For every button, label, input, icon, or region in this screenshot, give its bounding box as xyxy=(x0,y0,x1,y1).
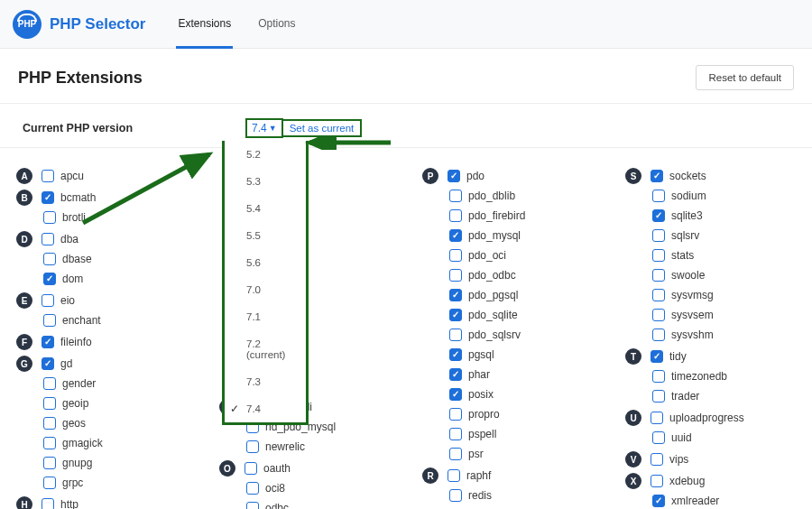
version-option[interactable]: 5.5 xyxy=(225,222,306,249)
extension-checkbox[interactable] xyxy=(652,390,665,403)
extension-item: Ddba xyxy=(16,229,219,249)
extension-name: pspell xyxy=(468,428,496,440)
version-dropdown[interactable]: 5.25.35.45.55.67.07.17.2 (current)7.3✓7.… xyxy=(222,141,309,425)
extension-checkbox[interactable] xyxy=(449,329,462,341)
extension-name: brotli xyxy=(62,211,86,224)
extension-checkbox[interactable] xyxy=(43,417,56,430)
extension-checkbox[interactable] xyxy=(42,336,54,348)
extension-checkbox[interactable] xyxy=(246,440,259,453)
extension-checkbox[interactable] xyxy=(42,498,54,509)
extension-checkbox[interactable] xyxy=(652,229,665,242)
extension-checkbox[interactable] xyxy=(652,209,665,222)
extension-checkbox[interactable] xyxy=(42,357,54,370)
extension-checkbox[interactable] xyxy=(652,190,665,202)
extension-checkbox[interactable] xyxy=(651,170,663,182)
extension-checkbox[interactable] xyxy=(42,294,54,307)
version-option[interactable]: 7.3 xyxy=(225,368,306,395)
version-select-value: 7.4 xyxy=(252,122,267,134)
extension-checkbox[interactable] xyxy=(42,233,54,245)
extension-checkbox[interactable] xyxy=(651,412,663,424)
ext-column-3: Ppdopdo_dblibpdo_firebirdpdo_mysqlpdo_oc… xyxy=(422,166,625,509)
extension-checkbox[interactable] xyxy=(449,408,462,421)
extension-item: Eeio xyxy=(16,291,219,310)
extension-checkbox[interactable] xyxy=(43,397,56,410)
extension-item: pdo_pgsql xyxy=(422,285,625,305)
extension-checkbox[interactable] xyxy=(43,273,56,285)
extension-checkbox[interactable] xyxy=(652,495,665,507)
extension-item: brotli xyxy=(16,208,219,227)
extension-checkbox[interactable] xyxy=(43,477,56,489)
extension-checkbox[interactable] xyxy=(652,370,665,383)
letter-badge: B xyxy=(16,190,32,206)
letter-group: Xxdebugxmlreader xyxy=(625,471,812,509)
extension-item: Bbcmath xyxy=(16,188,219,208)
extension-checkbox[interactable] xyxy=(449,289,462,301)
extension-checkbox[interactable] xyxy=(246,482,259,495)
extension-checkbox[interactable] xyxy=(449,269,462,282)
version-option[interactable]: 5.4 xyxy=(225,195,306,222)
extension-checkbox[interactable] xyxy=(449,348,462,361)
extension-checkbox[interactable] xyxy=(449,448,462,460)
extension-checkbox[interactable] xyxy=(245,462,257,475)
version-option[interactable]: 5.2 xyxy=(225,141,306,168)
extension-checkbox[interactable] xyxy=(43,211,56,224)
chevron-down-icon: ▼ xyxy=(269,124,277,133)
extension-checkbox[interactable] xyxy=(652,309,665,321)
letter-group: Bbcmathbrotli xyxy=(16,188,219,227)
letter-badge: F xyxy=(16,334,32,350)
extension-checkbox[interactable] xyxy=(651,453,663,466)
extension-checkbox[interactable] xyxy=(449,428,462,440)
extension-checkbox[interactable] xyxy=(652,289,665,301)
extension-checkbox[interactable] xyxy=(652,329,665,341)
app-header: PHP PHP Selector Extensions Options xyxy=(0,0,812,49)
extension-checkbox[interactable] xyxy=(449,229,462,242)
version-option[interactable]: 5.6 xyxy=(225,249,306,276)
extension-checkbox[interactable] xyxy=(43,253,56,265)
letter-group: Aapcu xyxy=(16,166,219,186)
tab-options[interactable]: Options xyxy=(256,1,297,48)
extension-name: oauth xyxy=(263,462,291,475)
version-select[interactable]: 7.4 ▼ xyxy=(245,118,283,138)
extension-name: newrelic xyxy=(265,440,305,453)
version-option[interactable]: 7.2 (current) xyxy=(225,330,306,368)
extension-checkbox[interactable] xyxy=(448,170,460,182)
extension-checkbox[interactable] xyxy=(449,309,462,321)
version-option[interactable]: ✓7.4 xyxy=(225,395,306,422)
nav-tabs: Extensions Options xyxy=(176,1,297,48)
version-option[interactable]: 7.0 xyxy=(225,276,306,303)
extension-item: sqlite3 xyxy=(625,206,812,226)
extension-checkbox[interactable] xyxy=(246,502,259,509)
version-option[interactable]: 7.1 xyxy=(225,303,306,330)
tab-extensions[interactable]: Extensions xyxy=(176,1,233,49)
extension-checkbox[interactable] xyxy=(652,431,665,444)
version-option[interactable]: 5.3 xyxy=(225,168,306,195)
extension-name: sqlsrv xyxy=(671,229,699,242)
extension-checkbox[interactable] xyxy=(43,457,56,469)
extension-checkbox[interactable] xyxy=(449,368,462,381)
extension-checkbox[interactable] xyxy=(43,314,56,327)
extension-item: posix xyxy=(422,384,625,404)
reset-to-default-button[interactable]: Reset to default xyxy=(696,65,794,90)
extension-checkbox[interactable] xyxy=(449,249,462,262)
set-as-current-button[interactable]: Set as current xyxy=(283,119,363,137)
extension-checkbox[interactable] xyxy=(42,170,54,182)
version-row: Current PHP version 7.4 ▼ Set as current… xyxy=(0,104,812,148)
extension-item: Ffileinfo xyxy=(16,332,219,352)
letter-group: Ttidytimezonedbtrader xyxy=(625,347,812,406)
letter-group: Hhttp xyxy=(16,495,219,509)
extension-checkbox[interactable] xyxy=(652,269,665,282)
extension-checkbox[interactable] xyxy=(651,475,663,487)
extension-checkbox[interactable] xyxy=(448,469,460,482)
extension-checkbox[interactable] xyxy=(651,350,663,363)
extension-name: sysvsem xyxy=(671,309,714,321)
extension-checkbox[interactable] xyxy=(43,437,56,449)
extension-checkbox[interactable] xyxy=(449,388,462,401)
extension-checkbox[interactable] xyxy=(42,191,54,204)
extension-checkbox[interactable] xyxy=(43,377,56,390)
extension-checkbox[interactable] xyxy=(449,190,462,202)
extension-name: tidy xyxy=(669,350,687,363)
extension-name: timezonedb xyxy=(671,370,727,383)
extension-checkbox[interactable] xyxy=(449,209,462,222)
extension-checkbox[interactable] xyxy=(449,489,462,502)
extension-checkbox[interactable] xyxy=(652,249,665,262)
